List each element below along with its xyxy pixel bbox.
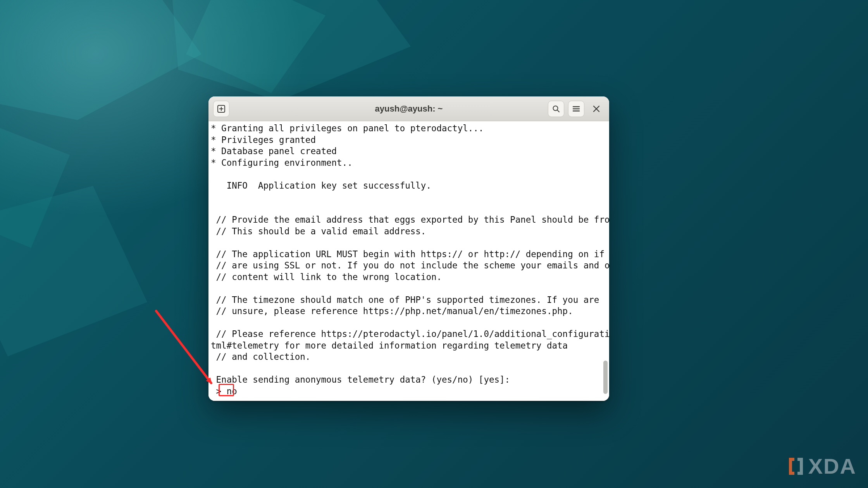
terminal-line: // are using SSL or not. If you do not i… bbox=[211, 260, 609, 270]
terminal-line: // Please reference https://pterodactyl.… bbox=[211, 329, 609, 339]
terminal-line: // Provide the email address that eggs e… bbox=[211, 215, 609, 225]
terminal-line: // content will link to the wrong locati… bbox=[211, 272, 442, 282]
hamburger-icon bbox=[572, 105, 580, 113]
terminal-line: Enable sending anonymous telemetry data?… bbox=[211, 375, 510, 385]
svg-marker-0 bbox=[0, 0, 202, 120]
terminal-line: tml#telemetry for more detailed informat… bbox=[211, 340, 568, 351]
watermark-text: XDA bbox=[808, 454, 856, 479]
titlebar[interactable]: ayush@ayush: ~ bbox=[208, 96, 609, 121]
close-button[interactable] bbox=[588, 101, 604, 117]
terminal-line: * Database panel created bbox=[211, 146, 337, 156]
watermark-bracket-icon bbox=[787, 455, 805, 477]
terminal-line: // The application URL MUST begin with h… bbox=[211, 249, 609, 259]
terminal-line: // The timezone should match one of PHP'… bbox=[211, 295, 599, 305]
terminal-line: * Configuring environment.. bbox=[211, 158, 353, 168]
terminal-window: ayush@ayush: ~ bbox=[208, 96, 609, 401]
terminal-line: INFO Application key set successfully. bbox=[211, 180, 431, 191]
new-tab-button[interactable] bbox=[213, 101, 229, 117]
menu-button[interactable] bbox=[568, 101, 584, 117]
search-icon bbox=[552, 105, 560, 113]
terminal-line: // unsure, please reference https://php.… bbox=[211, 306, 573, 316]
terminal-line: * Granting all privileges on panel to pt… bbox=[211, 123, 484, 133]
search-button[interactable] bbox=[548, 101, 564, 117]
svg-line-10 bbox=[557, 110, 559, 112]
close-icon bbox=[592, 105, 600, 113]
terminal-line: > no bbox=[211, 386, 237, 396]
plus-box-icon bbox=[217, 105, 226, 113]
terminal-output[interactable]: * Granting all privileges on panel to pt… bbox=[208, 121, 609, 401]
watermark: XDA bbox=[787, 454, 856, 479]
terminal-line: * Privileges granted bbox=[211, 135, 316, 145]
terminal-line: // This should be a valid email address. bbox=[211, 226, 426, 236]
terminal-line: // and collection. bbox=[211, 352, 310, 362]
scrollbar-thumb[interactable] bbox=[603, 361, 608, 394]
